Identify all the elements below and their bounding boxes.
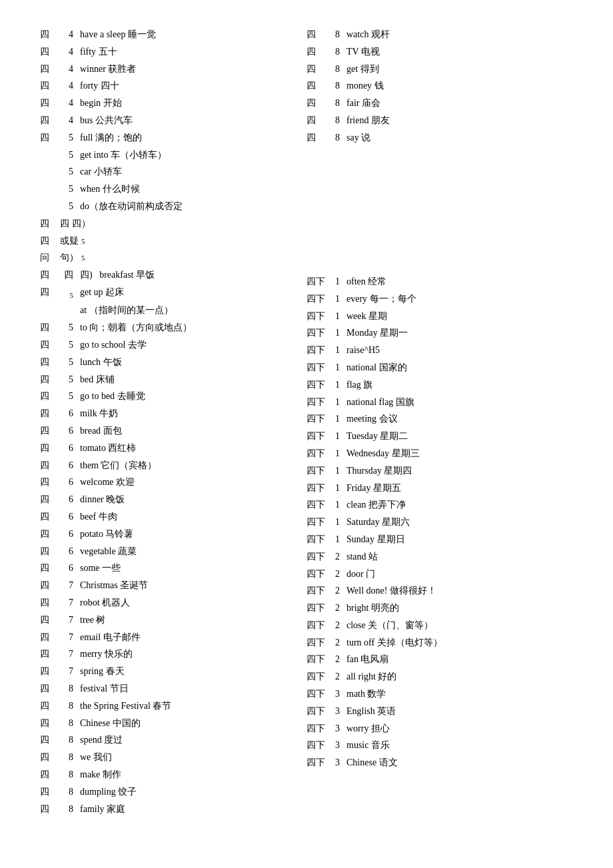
list-item: 四或疑5: [40, 233, 306, 249]
list-item: 四8watch 观杆: [306, 27, 573, 43]
list-item: 四6dinner 晚饭: [40, 492, 306, 508]
list-item: 四下2bright 明亮的: [306, 600, 573, 616]
list-item: 四5go to bed 去睡觉: [40, 388, 306, 404]
list-item: 四下1Sunday 星期日: [306, 532, 573, 548]
list-item: 四5go to school 去学: [40, 337, 306, 353]
list-item: 四8friend 朋友: [306, 113, 573, 129]
list-item: [306, 258, 573, 274]
list-item: 四下2close 关（门、窗等）: [306, 618, 573, 634]
list-item: [306, 242, 573, 258]
list-item: 5when 什么时候: [40, 181, 306, 197]
list-item: 四8TV 电视: [306, 44, 573, 60]
list-item: 四6them 它们（宾格）: [40, 458, 306, 474]
list-item: 四8say 说: [306, 130, 573, 146]
right-column: 四8watch 观杆四8TV 电视四8get 得到四8money 钱四8fair…: [306, 27, 573, 818]
list-item: 5get into 车（小轿车）: [40, 147, 306, 163]
list-item: 四6milk 牛奶: [40, 406, 306, 422]
list-item: 四6vegetable 蔬菜: [40, 544, 306, 560]
list-item: 四下2fan 电风扇: [306, 651, 573, 667]
list-item: 四下1Wednesday 星期三: [306, 446, 573, 462]
list-item: 四8festival 节日: [40, 681, 306, 697]
list-item: 四下1week 星期: [306, 308, 573, 324]
list-item: [306, 163, 573, 179]
list-item: 四下1often 经常: [306, 274, 573, 290]
list-item: 四下2door 门: [306, 566, 573, 582]
list-item: 四8get 得到: [306, 61, 573, 77]
main-content: 四4have a sleep 睡一觉四4fifty 五十四4winner 获胜者…: [40, 27, 573, 818]
list-item: 四7email 电子邮件: [40, 630, 306, 646]
list-item: 四下2turn off 关掉（电灯等）: [306, 635, 573, 651]
list-item: 四8make 制作: [40, 767, 306, 783]
left-column: 四4have a sleep 睡一觉四4fifty 五十四4winner 获胜者…: [40, 27, 306, 818]
list-item: 四6tomato 西红柿: [40, 440, 306, 456]
list-item: 四下3music 音乐: [306, 737, 573, 753]
list-item: 四7merry 快乐的: [40, 646, 306, 662]
list-item: 四下3Chinese 语文: [306, 755, 573, 771]
list-item: 四4fifty 五十: [40, 44, 306, 60]
list-item: 四下1Friday 星期五: [306, 480, 573, 496]
list-item: 四6welcome 欢迎: [40, 474, 306, 490]
list-item: 四下1clean 把弄下净: [306, 497, 573, 513]
list-item: 四8Chinese 中国的: [40, 715, 306, 731]
list-item: 四8family 家庭: [40, 801, 306, 817]
list-item: 四下2all right 好的: [306, 669, 573, 685]
list-item: 四下3math 数学: [306, 686, 573, 702]
list-item: 四5get up 起床: [40, 284, 306, 301]
list-item: 四7Christmas 圣诞节: [40, 578, 306, 594]
list-item: 四5to 向；朝着（方向或地点）: [40, 320, 306, 336]
list-item: 四6bread 面包: [40, 423, 306, 439]
list-item: [306, 226, 573, 242]
list-item: 5do（放在动词前构成否定: [40, 199, 306, 215]
list-item: 四7tree 树: [40, 612, 306, 628]
list-item: 四四四) breakfast 早饭: [40, 267, 306, 283]
list-item: 四4bus 公共汽车: [40, 113, 306, 129]
list-item: [306, 147, 573, 163]
list-item: at （指时间的某一点）: [40, 302, 306, 318]
list-item: 问句）5: [40, 250, 306, 266]
list-item: 四4forty 四十: [40, 78, 306, 94]
list-item: 四8fair 庙会: [306, 95, 573, 111]
list-item: 四5lunch 午饭: [40, 354, 306, 370]
list-item: 四下3worry 担心: [306, 721, 573, 737]
list-item: 四6potato 马铃薯: [40, 526, 306, 542]
list-item: 四4begin 开始: [40, 95, 306, 111]
list-item: 四下1national flag 国旗: [306, 394, 573, 410]
list-item: 四下1Thursday 星期四: [306, 463, 573, 479]
list-item: 四下2Well done! 做得很好！: [306, 583, 573, 599]
list-item: [306, 195, 573, 211]
list-item: 四8dumpling 饺子: [40, 784, 306, 800]
list-item: 四4have a sleep 睡一觉: [40, 27, 306, 43]
list-item: 四8spend 度过: [40, 732, 306, 748]
list-item: 四下1flag 旗: [306, 377, 573, 393]
list-item: 四下1national 国家的: [306, 360, 573, 376]
list-item: 四下1meeting 会议: [306, 411, 573, 427]
list-item: [306, 179, 573, 195]
list-item: 四5full 满的；饱的: [40, 130, 306, 146]
list-item: 四7spring 春天: [40, 663, 306, 679]
list-item: 四8money 钱: [306, 78, 573, 94]
list-item: 四6some 一些: [40, 560, 306, 576]
list-item: 四4winner 获胜者: [40, 61, 306, 77]
list-item: 四6beef 牛肉: [40, 509, 306, 525]
list-item: 四5bed 床铺: [40, 372, 306, 388]
list-item: 四下1Tuesday 星期二: [306, 428, 573, 444]
list-item: 四四四）: [40, 216, 306, 232]
list-item: 四8the Spring Festival 春节: [40, 698, 306, 714]
list-item: 四下1raise^H5: [306, 342, 573, 358]
list-item: 四下3English 英语: [306, 703, 573, 719]
list-item: 四8we 我们: [40, 749, 306, 765]
list-item: 5car 小轿车: [40, 164, 306, 180]
list-item: 四下1Monday 星期一: [306, 325, 573, 341]
list-item: 四下2stand 站: [306, 549, 573, 565]
list-item: [306, 211, 573, 226]
list-item: 四下1every 每一；每个: [306, 291, 573, 307]
list-item: 四7robot 机器人: [40, 595, 306, 611]
list-item: 四下1Saturday 星期六: [306, 514, 573, 530]
